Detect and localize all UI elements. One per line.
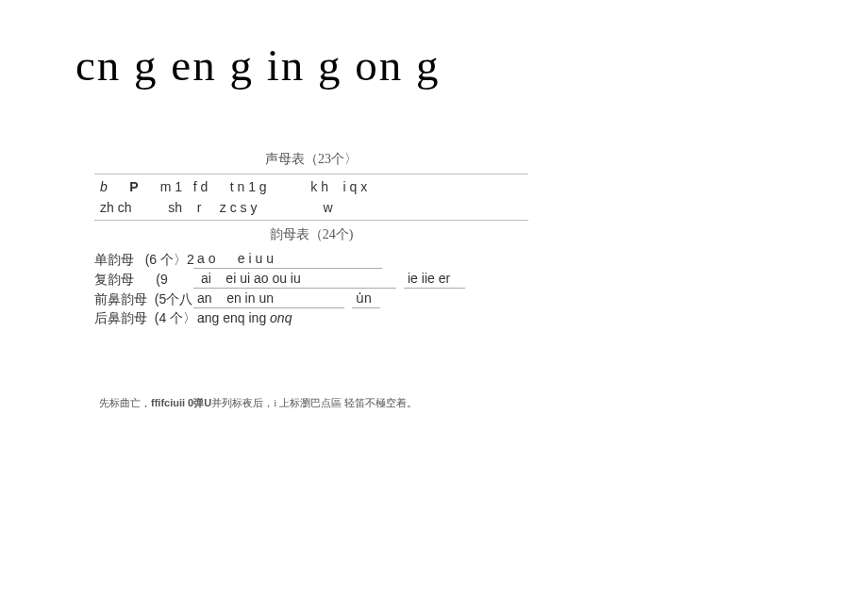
shengmu-p: P — [129, 177, 138, 196]
fu-cell-1: ai ei ui ao ou iu — [193, 269, 396, 289]
yunmu-row-dan: 单韵母 (6 个〉2 a o e i u u — [94, 249, 528, 269]
footnote-post: 并列标夜后，i 上标瀏巴点區 轻笛不極空着。 — [211, 397, 417, 408]
yunmu-row-fu: 复韵母 (9 ai ei ui ao ou iu ie iie er — [94, 269, 528, 289]
divider — [94, 174, 528, 174]
shengmu-b: b — [100, 177, 108, 196]
shengmu-row-1: b P m 1 f d t n 1 g k h i q x — [94, 176, 528, 197]
houbi-cell-1: ang enq ing onq — [193, 308, 295, 327]
qianbi-cell-1: an en in un — [193, 289, 344, 308]
footnote-pre: 先标曲亡， — [99, 397, 151, 408]
content-block: 声母表（23个〉 b P m 1 f d t n 1 g k h i q x z… — [94, 151, 528, 327]
shengmu-row-2: zh ch sh r z c s y w — [94, 197, 528, 218]
fu-cell-2: ie iie er — [404, 269, 465, 289]
yunmu-row-qianbi: 前鼻韵母 (5个八 an en in un u̇n — [94, 289, 528, 308]
shengmu-heading: 声母表（23个〉 — [94, 151, 528, 168]
dan-cell: a o e i u u — [193, 249, 382, 269]
fu-label: 复韵母 (9 — [94, 270, 193, 289]
yunmu-heading: 韵母表（24个) — [94, 226, 528, 243]
qianbi-label: 前鼻韵母 (5个八 — [94, 290, 193, 308]
divider — [94, 220, 528, 221]
footnote: 先标曲亡，ffifciuii 0弹U并列标夜后，i 上标瀏巴点區 轻笛不極空着。 — [99, 396, 417, 410]
page-title: cn g en g in g on g — [75, 40, 441, 91]
yunmu-row-houbi: 后鼻韵母 (4 个〉： ang enq ing onq — [94, 308, 528, 327]
dan-label: 单韵母 (6 个〉2 — [94, 250, 193, 269]
shengmu-rest-1: m 1 f d t n 1 g k h i q x — [138, 177, 367, 196]
houbi-label: 后鼻韵母 (4 个〉： — [94, 308, 193, 327]
footnote-mid: ffifciuii 0弹U — [151, 397, 211, 408]
qianbi-cell-2: u̇n — [352, 289, 380, 308]
